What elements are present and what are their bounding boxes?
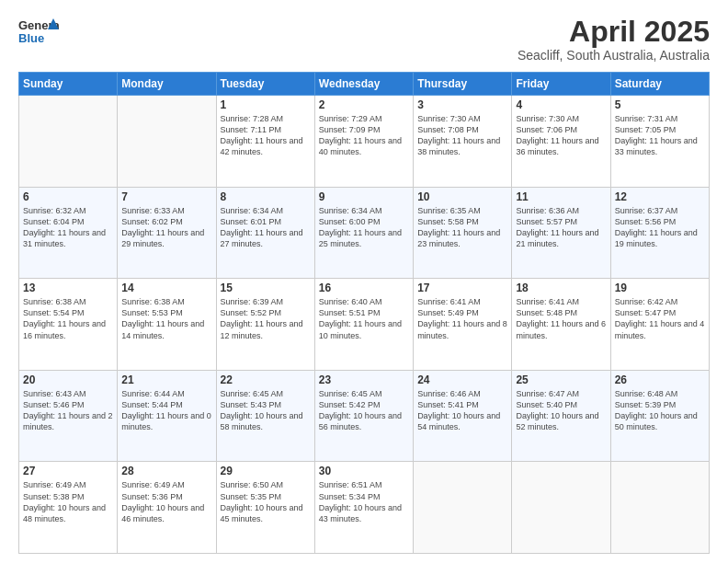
day-number: 5 xyxy=(615,98,705,111)
day-number: 18 xyxy=(516,282,606,294)
day-number: 1 xyxy=(221,98,311,111)
day-number: 25 xyxy=(516,373,606,386)
day-info: Sunrise: 6:43 AMSunset: 5:46 PMDaylight:… xyxy=(23,389,113,431)
calendar-cell: 22 Sunrise: 6:45 AMSunset: 5:43 PMDaylig… xyxy=(216,370,314,462)
col-tuesday: Tuesday xyxy=(216,73,314,96)
calendar-cell: 25 Sunrise: 6:47 AMSunset: 5:40 PMDaylig… xyxy=(512,370,610,462)
day-number: 11 xyxy=(516,190,606,203)
calendar-cell: 8 Sunrise: 6:34 AMSunset: 6:01 PMDayligh… xyxy=(216,187,314,279)
page: General Blue April 2025 Seacliff, South … xyxy=(0,0,728,563)
day-info: Sunrise: 7:30 AMSunset: 7:08 PMDaylight:… xyxy=(417,114,500,156)
day-number: 29 xyxy=(221,465,311,477)
day-number: 14 xyxy=(121,282,211,294)
calendar-cell: 19 Sunrise: 6:42 AMSunset: 5:47 PMDaylig… xyxy=(610,279,709,371)
day-number: 27 xyxy=(23,465,113,477)
calendar-cell xyxy=(512,462,610,554)
day-number: 20 xyxy=(23,373,113,386)
day-info: Sunrise: 6:49 AMSunset: 5:36 PMDaylight:… xyxy=(121,480,204,523)
calendar-cell: 11 Sunrise: 6:36 AMSunset: 5:57 PMDaylig… xyxy=(512,187,610,279)
calendar-week-3: 13 Sunrise: 6:38 AMSunset: 5:54 PMDaylig… xyxy=(19,279,710,371)
calendar-cell: 28 Sunrise: 6:49 AMSunset: 5:36 PMDaylig… xyxy=(118,462,216,554)
col-friday: Friday xyxy=(512,73,610,96)
calendar-cell: 18 Sunrise: 6:41 AMSunset: 5:48 PMDaylig… xyxy=(512,279,610,371)
day-info: Sunrise: 7:31 AMSunset: 7:05 PMDaylight:… xyxy=(615,114,698,156)
col-sunday: Sunday xyxy=(19,73,118,96)
day-number: 21 xyxy=(121,373,211,386)
day-info: Sunrise: 7:30 AMSunset: 7:06 PMDaylight:… xyxy=(516,114,598,156)
day-number: 23 xyxy=(319,373,409,386)
col-saturday: Saturday xyxy=(610,73,709,96)
logo-svg: General Blue xyxy=(18,17,59,46)
day-info: Sunrise: 6:45 AMSunset: 5:42 PMDaylight:… xyxy=(319,389,402,431)
day-number: 28 xyxy=(121,465,211,477)
day-number: 16 xyxy=(319,282,409,294)
calendar-cell: 9 Sunrise: 6:34 AMSunset: 6:00 PMDayligh… xyxy=(314,187,413,279)
calendar-cell xyxy=(118,96,216,188)
day-number: 24 xyxy=(417,373,507,386)
calendar-cell: 27 Sunrise: 6:49 AMSunset: 5:38 PMDaylig… xyxy=(19,462,118,554)
calendar-cell: 21 Sunrise: 6:44 AMSunset: 5:44 PMDaylig… xyxy=(118,370,216,462)
day-info: Sunrise: 6:50 AMSunset: 5:35 PMDaylight:… xyxy=(221,480,303,523)
calendar-cell: 4 Sunrise: 7:30 AMSunset: 7:06 PMDayligh… xyxy=(512,96,610,188)
calendar-week-1: 1 Sunrise: 7:28 AMSunset: 7:11 PMDayligh… xyxy=(19,96,710,188)
svg-text:Blue: Blue xyxy=(18,31,44,45)
calendar: Sunday Monday Tuesday Wednesday Thursday… xyxy=(18,72,710,554)
calendar-cell: 17 Sunrise: 6:41 AMSunset: 5:49 PMDaylig… xyxy=(414,279,512,371)
day-info: Sunrise: 6:45 AMSunset: 5:43 PMDaylight:… xyxy=(221,389,303,431)
day-info: Sunrise: 6:34 AMSunset: 6:00 PMDaylight:… xyxy=(319,206,402,248)
calendar-cell: 10 Sunrise: 6:35 AMSunset: 5:58 PMDaylig… xyxy=(414,187,512,279)
day-number: 9 xyxy=(319,190,409,203)
calendar-week-4: 20 Sunrise: 6:43 AMSunset: 5:46 PMDaylig… xyxy=(19,370,710,462)
calendar-cell xyxy=(414,462,512,554)
title-block: April 2025 Seacliff, South Australia, Au… xyxy=(518,17,710,63)
calendar-cell: 6 Sunrise: 6:32 AMSunset: 6:04 PMDayligh… xyxy=(19,187,118,279)
day-number: 12 xyxy=(615,190,705,203)
day-info: Sunrise: 6:44 AMSunset: 5:44 PMDaylight:… xyxy=(121,389,211,431)
calendar-cell: 16 Sunrise: 6:40 AMSunset: 5:51 PMDaylig… xyxy=(314,279,413,371)
day-info: Sunrise: 6:33 AMSunset: 6:02 PMDaylight:… xyxy=(121,206,204,248)
day-number: 19 xyxy=(615,282,705,294)
day-info: Sunrise: 6:38 AMSunset: 5:53 PMDaylight:… xyxy=(121,297,204,339)
day-info: Sunrise: 6:42 AMSunset: 5:47 PMDaylight:… xyxy=(615,297,705,339)
header-row: Sunday Monday Tuesday Wednesday Thursday… xyxy=(19,73,710,96)
calendar-cell: 24 Sunrise: 6:46 AMSunset: 5:41 PMDaylig… xyxy=(414,370,512,462)
calendar-cell: 20 Sunrise: 6:43 AMSunset: 5:46 PMDaylig… xyxy=(19,370,118,462)
day-number: 26 xyxy=(615,373,705,386)
day-info: Sunrise: 6:32 AMSunset: 6:04 PMDaylight:… xyxy=(23,206,106,248)
day-number: 6 xyxy=(23,190,113,203)
calendar-week-2: 6 Sunrise: 6:32 AMSunset: 6:04 PMDayligh… xyxy=(19,187,710,279)
col-wednesday: Wednesday xyxy=(314,73,413,96)
calendar-cell: 30 Sunrise: 6:51 AMSunset: 5:34 PMDaylig… xyxy=(314,462,413,554)
calendar-cell: 26 Sunrise: 6:48 AMSunset: 5:39 PMDaylig… xyxy=(610,370,709,462)
day-number: 30 xyxy=(319,465,409,477)
day-number: 7 xyxy=(121,190,211,203)
day-info: Sunrise: 6:36 AMSunset: 5:57 PMDaylight:… xyxy=(516,206,598,248)
day-info: Sunrise: 7:28 AMSunset: 7:11 PMDaylight:… xyxy=(221,114,303,156)
calendar-cell: 3 Sunrise: 7:30 AMSunset: 7:08 PMDayligh… xyxy=(414,96,512,188)
calendar-cell xyxy=(19,96,118,188)
day-info: Sunrise: 7:29 AMSunset: 7:09 PMDaylight:… xyxy=(319,114,402,156)
day-info: Sunrise: 6:39 AMSunset: 5:52 PMDaylight:… xyxy=(221,297,303,339)
calendar-cell: 14 Sunrise: 6:38 AMSunset: 5:53 PMDaylig… xyxy=(118,279,216,371)
day-info: Sunrise: 6:51 AMSunset: 5:34 PMDaylight:… xyxy=(319,480,402,523)
day-number: 15 xyxy=(221,282,311,294)
day-number: 4 xyxy=(516,98,606,111)
calendar-cell: 13 Sunrise: 6:38 AMSunset: 5:54 PMDaylig… xyxy=(19,279,118,371)
calendar-cell: 23 Sunrise: 6:45 AMSunset: 5:42 PMDaylig… xyxy=(314,370,413,462)
day-info: Sunrise: 6:38 AMSunset: 5:54 PMDaylight:… xyxy=(23,297,106,339)
header: General Blue April 2025 Seacliff, South … xyxy=(18,17,710,63)
col-monday: Monday xyxy=(118,73,216,96)
day-number: 10 xyxy=(417,190,507,203)
day-info: Sunrise: 6:41 AMSunset: 5:49 PMDaylight:… xyxy=(417,297,507,339)
day-number: 8 xyxy=(221,190,311,203)
day-info: Sunrise: 6:48 AMSunset: 5:39 PMDaylight:… xyxy=(615,389,698,431)
calendar-cell: 15 Sunrise: 6:39 AMSunset: 5:52 PMDaylig… xyxy=(216,279,314,371)
day-info: Sunrise: 6:35 AMSunset: 5:58 PMDaylight:… xyxy=(417,206,500,248)
calendar-cell: 2 Sunrise: 7:29 AMSunset: 7:09 PMDayligh… xyxy=(314,96,413,188)
calendar-cell: 12 Sunrise: 6:37 AMSunset: 5:56 PMDaylig… xyxy=(610,187,709,279)
day-number: 17 xyxy=(417,282,507,294)
logo: General Blue xyxy=(18,17,59,46)
calendar-week-5: 27 Sunrise: 6:49 AMSunset: 5:38 PMDaylig… xyxy=(19,462,710,554)
day-info: Sunrise: 6:46 AMSunset: 5:41 PMDaylight:… xyxy=(417,389,500,431)
day-number: 13 xyxy=(23,282,113,294)
